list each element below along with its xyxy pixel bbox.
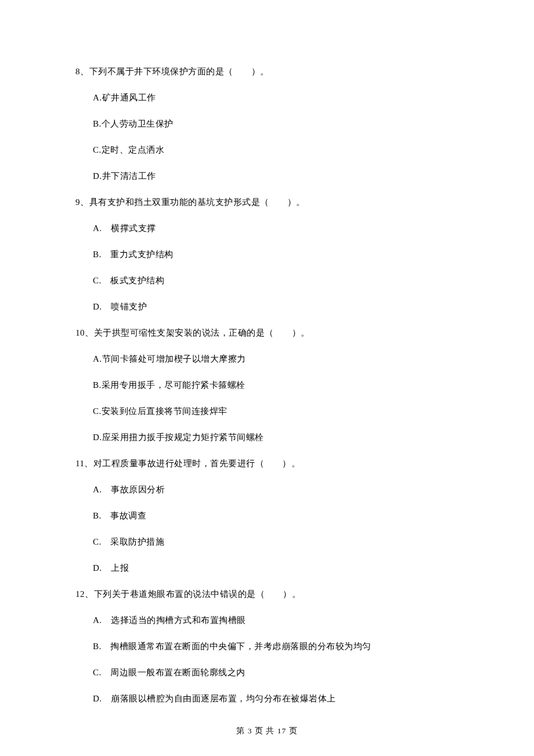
option-b: B. 事故调查 [93,508,459,524]
question-text: 11、对工程质量事故进行处理时，首先要进行（ ）。 [75,456,459,471]
option-b: B.采用专用扳手，尽可能拧紧卡箍螺栓 [93,377,459,393]
document-page: 8、下列不属于井下环境保护方面的是（ ）。 A.矿井通风工作 B.个人劳动卫生保… [0,0,534,756]
option-d: D.井下清洁工作 [93,168,459,184]
question-text: 9、具有支护和挡土双重功能的基坑支护形式是（ ）。 [75,195,459,210]
option-d: D. 上报 [93,560,459,576]
question-number: 10、 [75,328,94,337]
option-b: B. 掏槽眼通常布置在断面的中央偏下，并考虑崩落眼的分布较为均匀 [93,639,459,654]
option-b: B. 重力式支护结构 [93,247,459,262]
option-a: A. 横撑式支撑 [93,221,459,236]
question-8: 8、下列不属于井下环境保护方面的是（ ）。 A.矿井通风工作 B.个人劳动卫生保… [75,64,459,184]
option-c: C.安装到位后直接将节间连接焊牢 [93,404,459,419]
option-a: A.矿井通风工作 [93,90,459,106]
option-c: C.定时、定点洒水 [93,142,459,158]
options-list: A. 横撑式支撑 B. 重力式支护结构 C. 板式支护结构 D. 喷锚支护 [75,221,459,315]
question-body: 关于拱型可缩性支架安装的说法，正确的是（ ）。 [94,328,310,337]
option-c: C. 板式支护结构 [93,273,459,289]
option-d: D. 崩落眼以槽腔为自由面逐层布置，均匀分布在被爆岩体上 [93,691,459,707]
question-text: 10、关于拱型可缩性支架安装的说法，正确的是（ ）。 [75,325,459,341]
options-list: A. 事故原因分析 B. 事故调查 C. 采取防护措施 D. 上报 [75,482,459,576]
question-9: 9、具有支护和挡土双重功能的基坑支护形式是（ ）。 A. 横撑式支撑 B. 重力… [75,195,459,315]
options-list: A. 选择适当的掏槽方式和布置掏槽眼 B. 掏槽眼通常布置在断面的中央偏下，并考… [75,613,459,707]
question-11: 11、对工程质量事故进行处理时，首先要进行（ ）。 A. 事故原因分析 B. 事… [75,456,459,576]
question-text: 8、下列不属于井下环境保护方面的是（ ）。 [75,64,459,80]
option-d: D. 喷锚支护 [93,299,459,315]
options-list: A.节间卡箍处可增加楔子以增大摩擦力 B.采用专用扳手，尽可能拧紧卡箍螺栓 C.… [75,351,459,445]
option-a: A.节间卡箍处可增加楔子以增大摩擦力 [93,351,459,367]
question-number: 8、 [75,67,89,76]
question-10: 10、关于拱型可缩性支架安装的说法，正确的是（ ）。 A.节间卡箍处可增加楔子以… [75,325,459,445]
option-d: D.应采用扭力扳手按规定力矩拧紧节间螺栓 [93,430,459,445]
option-b: B.个人劳动卫生保护 [93,116,459,132]
option-c: C. 周边眼一般布置在断面轮廓线之内 [93,665,459,681]
question-text: 12、下列关于巷道炮眼布置的说法中错误的是（ ）。 [75,586,459,602]
question-number: 12、 [75,589,94,599]
question-body: 具有支护和挡土双重功能的基坑支护形式是（ ）。 [89,197,305,207]
question-body: 下列不属于井下环境保护方面的是（ ）。 [89,67,269,76]
option-c: C. 采取防护措施 [93,534,459,550]
question-12: 12、下列关于巷道炮眼布置的说法中错误的是（ ）。 A. 选择适当的掏槽方式和布… [75,586,459,707]
question-number: 11、 [75,459,93,468]
question-body: 下列关于巷道炮眼布置的说法中错误的是（ ）。 [94,589,301,599]
options-list: A.矿井通风工作 B.个人劳动卫生保护 C.定时、定点洒水 D.井下清洁工作 [75,90,459,184]
page-footer: 第 3 页 共 17 页 [0,726,534,736]
option-a: A. 事故原因分析 [93,482,459,498]
question-body: 对工程质量事故进行处理时，首先要进行（ ）。 [93,459,301,468]
option-a: A. 选择适当的掏槽方式和布置掏槽眼 [93,613,459,628]
question-number: 9、 [75,197,89,207]
